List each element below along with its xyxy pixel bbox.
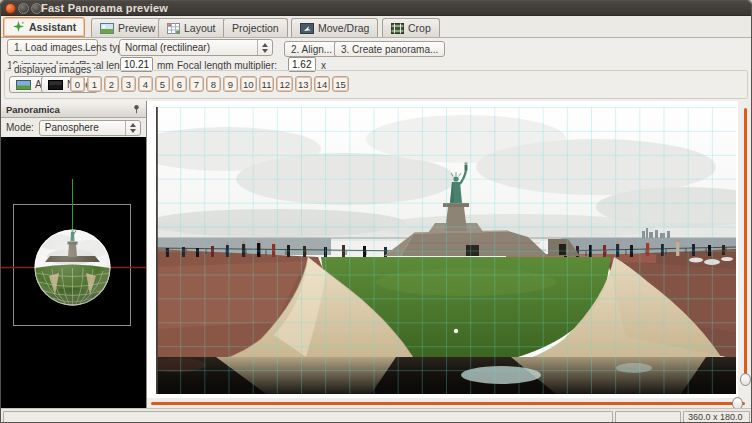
- panosphere-render: [1, 137, 146, 408]
- tab-label: Layout: [184, 22, 216, 34]
- vfov-slider-handle[interactable]: [740, 373, 751, 386]
- displayed-images-label: displayed images: [11, 64, 94, 75]
- statusbar: 360.0 x 180.0: [1, 408, 751, 423]
- pano-left-edge: [156, 107, 158, 394]
- statusbar-cell: [615, 411, 681, 423]
- tab-crop[interactable]: Crop: [382, 18, 440, 37]
- image-toggle-button[interactable]: 13: [295, 76, 312, 92]
- lens-type-select[interactable]: Normal (rectilinear): [119, 39, 273, 56]
- image-toggle-button[interactable]: 3: [121, 76, 136, 92]
- fast-panorama-preview-window: Fast Panorama preview Assistant Preview …: [0, 0, 752, 423]
- statusbar-cell: [3, 411, 613, 423]
- image-toggle-button[interactable]: 15: [332, 76, 349, 92]
- close-button[interactable]: [5, 3, 16, 14]
- assistant-toolbar: 1. Load images... Lens type: Normal (rec…: [1, 38, 751, 101]
- titlebar: Fast Panorama preview: [1, 1, 751, 16]
- hfov-slider[interactable]: [147, 398, 751, 408]
- vfov-slider-track[interactable]: [744, 108, 747, 380]
- tab-layout[interactable]: Layout: [158, 18, 225, 37]
- image-toggle-button[interactable]: 9: [223, 76, 238, 92]
- move-icon: [300, 23, 314, 34]
- mode-row: Mode: Panosphere: [1, 118, 146, 137]
- panel-title: Panoramica: [6, 104, 60, 115]
- crop-icon: [391, 23, 404, 34]
- grid-overlay: [156, 107, 736, 394]
- align-button[interactable]: 2. Align...: [284, 41, 339, 57]
- image-toggle-button[interactable]: 5: [155, 76, 170, 92]
- tab-label: Preview: [118, 22, 155, 34]
- tab-preview[interactable]: Preview: [91, 18, 164, 37]
- panorama-canvas[interactable]: [147, 101, 738, 398]
- tab-projection[interactable]: Projection: [223, 18, 288, 37]
- image-toggle-button[interactable]: 12: [276, 76, 293, 92]
- panel-header: Panoramica: [1, 101, 146, 118]
- image-toggle-button[interactable]: 1: [87, 76, 102, 92]
- mode-select[interactable]: Panosphere: [39, 120, 141, 136]
- tab-label: Assistant: [29, 21, 76, 33]
- image-toggle-button[interactable]: 7: [189, 76, 204, 92]
- tab-label: Crop: [408, 22, 431, 34]
- tab-assistant[interactable]: Assistant: [3, 17, 85, 37]
- window-title: Fast Panorama preview: [41, 2, 168, 14]
- tabbar: Assistant Preview Layout Projection Move…: [1, 16, 751, 38]
- image-toggle-button[interactable]: 11: [259, 76, 275, 92]
- statusbar-dimensions: 360.0 x 180.0: [683, 411, 750, 423]
- image-toggle-button[interactable]: 2: [104, 76, 119, 92]
- lens-type-value: Normal (rectilinear): [120, 42, 257, 53]
- grid-icon: [167, 23, 180, 34]
- image-toggle-button[interactable]: 10: [240, 76, 257, 92]
- landscape-thumb-icon: [16, 80, 31, 90]
- spinner-icon[interactable]: [257, 40, 272, 55]
- preview-main: [147, 101, 751, 408]
- spinner-icon[interactable]: [125, 121, 140, 135]
- minimize-button[interactable]: [18, 3, 29, 14]
- image-toggle-button[interactable]: 6: [172, 76, 187, 92]
- image-toggle-button[interactable]: 4: [138, 76, 153, 92]
- dark-thumb-icon: [48, 80, 63, 90]
- pin-icon[interactable]: [132, 104, 141, 114]
- tab-move-drag[interactable]: Move/Drag: [291, 18, 378, 37]
- landscape-icon: [100, 23, 114, 34]
- create-panorama-button[interactable]: 3. Create panorama...: [334, 41, 445, 57]
- tab-label: Move/Drag: [318, 22, 369, 34]
- content-area: Panoramica Mode: Panosphere: [1, 101, 751, 408]
- image-toggle-button[interactable]: 14: [314, 76, 331, 92]
- image-toggle-button[interactable]: 0: [70, 76, 85, 92]
- panosphere-viewport[interactable]: [1, 137, 146, 408]
- mode-value: Panosphere: [40, 122, 125, 133]
- tab-label: Projection: [232, 22, 279, 34]
- panorama-preview-image: [156, 107, 736, 394]
- vfov-slider[interactable]: [738, 101, 752, 398]
- panosphere-panel: Panoramica Mode: Panosphere: [1, 101, 147, 408]
- wand-icon: [12, 21, 25, 33]
- mode-label: Mode:: [6, 122, 34, 133]
- displayed-images-group: displayed images All None 0 1 2 3 4 5 6 …: [4, 70, 748, 99]
- image-toggle-row: 0 1 2 3 4 5 6 7 8 9 10 11 12 13 14 15: [70, 76, 349, 92]
- hfov-slider-track[interactable]: [151, 402, 745, 405]
- image-toggle-button[interactable]: 8: [206, 76, 221, 92]
